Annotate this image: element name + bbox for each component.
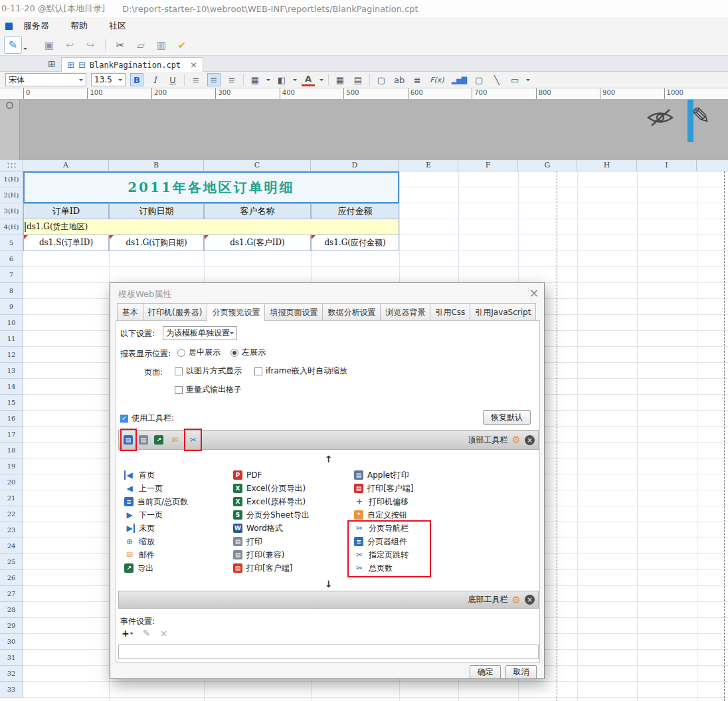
menu-item[interactable]: 社区	[109, 20, 126, 32]
file-tab[interactable]: ⊞ ⊟ BlankPagination.cpt ×	[61, 57, 203, 72]
unmerge-cells-icon[interactable]: ▤	[351, 73, 365, 86]
item-print-client-2[interactable]: ▤打印[客户端]	[354, 482, 467, 495]
item-export[interactable]: ↗导出	[124, 561, 227, 575]
column-header[interactable]: H	[577, 160, 637, 171]
formula-cell-amount[interactable]: ds1.G(应付金额)	[311, 235, 399, 251]
paste-icon[interactable]: ▥	[155, 39, 167, 51]
dialog-close-icon[interactable]: ×	[527, 286, 541, 300]
align-center-icon[interactable]: ≡	[207, 73, 221, 86]
item-word[interactable]: WWord格式	[233, 522, 349, 535]
delete-event-icon[interactable]: ×	[159, 628, 167, 639]
item-sheet-export[interactable]: S分页分Sheet导出	[233, 508, 349, 522]
clear-toolbar-icon[interactable]: ×	[525, 595, 535, 605]
align-right-icon[interactable]: ≡	[225, 73, 238, 86]
fill-color-icon[interactable]: ◧	[275, 73, 288, 86]
export-bar-icon[interactable]: ↗	[154, 435, 163, 445]
row-header[interactable]: 18	[0, 443, 23, 458]
redo-icon[interactable]: ↪	[84, 39, 96, 51]
text-tool-icon[interactable]: ab	[393, 73, 406, 86]
column-header[interactable]: D	[311, 160, 399, 171]
bold-button[interactable]: B	[130, 73, 143, 86]
item-prev-page[interactable]: ◀上一页	[124, 482, 227, 495]
item-print-compat[interactable]: ▤打印(兼容)	[233, 548, 349, 561]
move-down-button[interactable]: ↓	[118, 579, 539, 589]
row-header[interactable]: 27	[0, 586, 23, 602]
widget-caret-icon[interactable]	[526, 79, 530, 83]
tab-browser-background[interactable]: 浏览器背景	[380, 303, 430, 322]
font-size-select[interactable]: 13.5	[91, 73, 126, 86]
item-first-page[interactable]: ◀首页	[124, 468, 227, 482]
item-excel-raw[interactable]: XExcel(原样导出)	[233, 495, 349, 508]
merge-cells-icon[interactable]: ▦	[333, 73, 347, 86]
widget-icon[interactable]: ▭	[508, 73, 521, 86]
cut-icon[interactable]: ✂	[114, 39, 126, 51]
row-header[interactable]: 33	[0, 682, 23, 698]
row-header[interactable]: 14	[0, 379, 23, 395]
template-switch-icon[interactable]: ⊞	[48, 58, 56, 69]
row-header[interactable]: 6	[0, 251, 23, 267]
row-header[interactable]: 7	[0, 267, 23, 283]
gear-icon[interactable]: ⚙	[512, 434, 521, 446]
header-cell-customer[interactable]: 客户名称	[204, 203, 311, 219]
row-header[interactable]: 25	[0, 554, 23, 570]
row-header[interactable]: 19	[0, 458, 23, 474]
italic-button[interactable]: I	[148, 73, 161, 86]
chart-icon[interactable]: ▂▅▇	[450, 73, 468, 86]
row-header[interactable]: 13	[0, 363, 23, 379]
report-title-cell[interactable]: 2011年各地区订单明细	[23, 171, 399, 203]
item-print-client[interactable]: ▤打印[客户端]	[233, 561, 349, 575]
events-list[interactable]	[118, 645, 539, 659]
add-event-icon[interactable]: +	[122, 628, 134, 639]
row-header[interactable]: 21	[0, 490, 23, 506]
row-header[interactable]: 31	[0, 650, 23, 666]
row-header[interactable]: 10	[0, 315, 23, 331]
app-logo-icon[interactable]: ✎	[4, 36, 22, 54]
underline-button[interactable]: U	[166, 73, 179, 86]
row-header[interactable]: 3(H)	[0, 203, 23, 219]
header-cell-amount[interactable]: 应付金额	[311, 203, 399, 219]
item-print[interactable]: ▤打印	[233, 535, 349, 548]
save-icon[interactable]: ▣	[43, 39, 55, 51]
radio-left-display[interactable]: 左展示	[230, 347, 266, 358]
checkbox-iframe-autoscale[interactable]: iframe嵌入时自动缩放	[254, 365, 347, 377]
formula-cell-order-date[interactable]: ds1.G(订购日期)	[109, 235, 204, 251]
fill-caret-icon[interactable]	[293, 79, 297, 83]
tab-pagination-preview[interactable]: 分页预览设置	[207, 303, 265, 322]
row-header[interactable]: 29	[0, 618, 23, 634]
checkbox-show-as-image[interactable]: 以图片方式显示	[175, 365, 242, 377]
row-header[interactable]: 8	[0, 283, 23, 299]
row-header[interactable]: 22	[0, 506, 23, 522]
ok-button[interactable]: 确定	[470, 665, 501, 679]
group-cell[interactable]: ds1.G(货主地区)	[23, 219, 399, 235]
item-zoom[interactable]: ⊕缩放	[124, 535, 227, 548]
header-cell-order-date[interactable]: 订购日期	[109, 203, 204, 219]
formula-cell-order-id[interactable]: ds1.S(订单ID)	[23, 235, 109, 251]
formula-cell-customer[interactable]: ds1.G(客户ID)	[204, 235, 311, 251]
row-header[interactable]: 23	[0, 522, 23, 538]
row-header[interactable]: 2(H)	[0, 187, 23, 203]
row-header[interactable]: 1(H)	[0, 171, 23, 187]
row-header[interactable]: 20	[0, 474, 23, 490]
item-custom-button[interactable]: *自定义按钮	[354, 508, 467, 522]
format-painter-icon[interactable]: ✔	[176, 39, 188, 51]
move-up-button[interactable]: ↑	[118, 454, 539, 464]
select-all-corner[interactable]	[0, 160, 23, 171]
row-header[interactable]: 17	[0, 427, 23, 443]
column-header[interactable]: B	[109, 160, 204, 171]
row-header[interactable]: 9	[0, 299, 23, 315]
align-left-icon[interactable]: ≡	[189, 73, 203, 86]
item-applet-print[interactable]: ▤Applet打印	[354, 468, 467, 482]
item-printer-offset[interactable]: +打印机偏移	[354, 495, 467, 508]
restore-default-button[interactable]: 恢复默认	[483, 410, 531, 425]
border-icon[interactable]: ▦	[248, 73, 262, 86]
border-caret-icon[interactable]	[266, 79, 270, 83]
column-header[interactable]: F	[458, 160, 518, 171]
row-header[interactable]: 4(H)	[0, 219, 23, 235]
row-header[interactable]: 28	[0, 602, 23, 618]
cancel-button[interactable]: 取消	[505, 665, 537, 679]
menu-item[interactable]: 帮助	[70, 20, 88, 32]
formula-icon[interactable]: F(x)	[428, 73, 445, 86]
row-header[interactable]: 24	[0, 538, 23, 554]
column-header[interactable]: I	[637, 160, 697, 171]
item-email[interactable]: ✉邮件	[124, 548, 227, 561]
